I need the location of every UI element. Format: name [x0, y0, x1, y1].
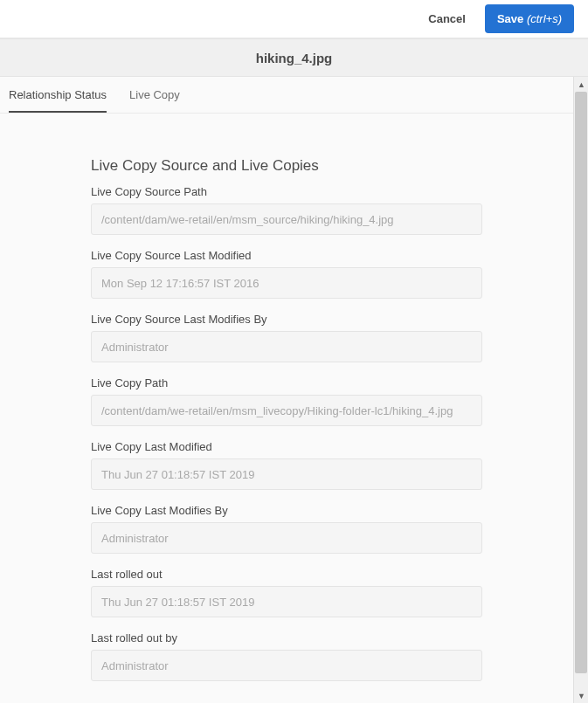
- field-live-copy-last-modified-by: Live Copy Last Modifies By: [91, 504, 482, 554]
- scroll-thumb[interactable]: [575, 92, 587, 673]
- input-source-last-modified-by[interactable]: [91, 331, 482, 362]
- field-source-last-modified-by: Live Copy Source Last Modifies By: [91, 313, 482, 362]
- label-source-path: Live Copy Source Path: [91, 185, 482, 198]
- page-title: hiking_4.jpg: [256, 51, 333, 65]
- input-live-copy-last-modified[interactable]: [91, 458, 482, 490]
- label-live-copy-path: Live Copy Path: [91, 376, 482, 389]
- cancel-button[interactable]: Cancel: [425, 5, 469, 32]
- section-heading-live-copy: Live Copy Source and Live Copies: [91, 157, 482, 175]
- top-header: Cancel Save (ctrl+s): [0, 0, 588, 38]
- label-source-last-modified-by: Live Copy Source Last Modifies By: [91, 313, 482, 326]
- label-live-copy-last-modified: Live Copy Last Modified: [91, 440, 482, 453]
- field-last-rolled-out: Last rolled out: [91, 568, 482, 617]
- tabs-bar: Relationship Status Live Copy: [0, 77, 573, 114]
- tab-relationship-status[interactable]: Relationship Status: [9, 77, 107, 113]
- scroll-down-arrow-icon[interactable]: ▼: [574, 688, 588, 703]
- label-source-last-modified: Live Copy Source Last Modified: [91, 249, 482, 262]
- save-button[interactable]: Save (ctrl+s): [485, 4, 574, 33]
- label-live-copy-last-modified-by: Live Copy Last Modifies By: [91, 504, 482, 517]
- save-label: Save: [497, 12, 523, 25]
- vertical-scrollbar[interactable]: ▲ ▼: [573, 77, 588, 703]
- input-last-rolled-out[interactable]: [91, 586, 482, 617]
- label-last-rolled-out-by: Last rolled out by: [91, 631, 482, 644]
- input-source-path[interactable]: [91, 203, 482, 235]
- scroll-area: Relationship Status Live Copy Live Copy …: [0, 77, 573, 703]
- content-wrapper: Relationship Status Live Copy Live Copy …: [0, 77, 588, 703]
- form-area: Live Copy Source and Live Copies Live Co…: [77, 114, 496, 703]
- scroll-up-arrow-icon[interactable]: ▲: [574, 77, 588, 92]
- input-last-rolled-out-by[interactable]: [91, 650, 482, 681]
- input-live-copy-last-modified-by[interactable]: [91, 522, 482, 554]
- field-last-rolled-out-by: Last rolled out by: [91, 631, 482, 681]
- field-live-copy-path: Live Copy Path: [91, 376, 482, 426]
- input-source-last-modified[interactable]: [91, 267, 482, 299]
- save-shortcut: (ctrl+s): [527, 12, 562, 25]
- field-live-copy-last-modified: Live Copy Last Modified: [91, 440, 482, 490]
- label-last-rolled-out: Last rolled out: [91, 568, 482, 581]
- tab-live-copy[interactable]: Live Copy: [129, 77, 180, 113]
- field-source-path: Live Copy Source Path: [91, 185, 482, 235]
- field-source-last-modified: Live Copy Source Last Modified: [91, 249, 482, 299]
- title-bar: hiking_4.jpg: [0, 38, 588, 77]
- input-live-copy-path[interactable]: [91, 395, 482, 426]
